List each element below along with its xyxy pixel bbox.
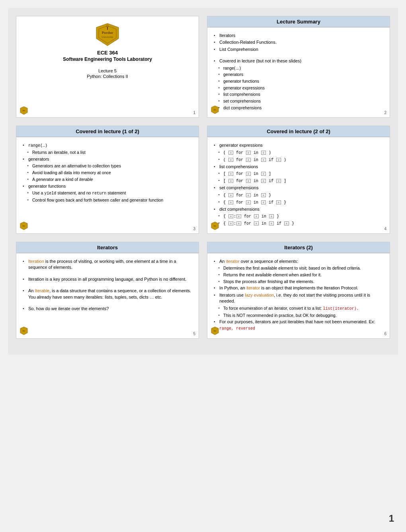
slide-1-content: Purdue University ECE 364 Software Engin…	[23, 23, 192, 79]
code-dc2f: }	[289, 221, 294, 226]
lecture-number: Lecture 5	[23, 68, 192, 73]
list-item: Iterators use lazy evaluation, i.e. they…	[214, 292, 383, 305]
slide-2-list: Iterators Collection-Related Functions. …	[214, 32, 383, 53]
lecture-topic: Python: Collections II	[23, 74, 192, 79]
placeholder: ≡	[246, 193, 251, 197]
slide-3-number: 3	[193, 227, 195, 231]
list-item: In Python, an iterator is an object that…	[214, 285, 383, 291]
list-item: List Comprehension	[214, 46, 383, 53]
list-item: generators	[214, 71, 383, 78]
placeholder: ≡	[228, 179, 233, 183]
code-genexp1: (	[223, 151, 228, 155]
placeholder: ≡	[269, 221, 274, 225]
placeholder: ≡	[254, 221, 259, 225]
code-genexp2e: )	[281, 158, 286, 162]
slide-5-header: Iterators	[16, 242, 199, 253]
placeholder: ≡	[228, 193, 233, 197]
placeholder: ≡	[246, 151, 251, 155]
list-item: { ≡:≡ for ≡ in ≡ if ≡ }	[214, 220, 383, 227]
code-genexp1d: )	[266, 151, 271, 155]
list-item: generator functions	[214, 78, 383, 85]
slide-3-list: range(…) Returns an iterable, not a list…	[23, 142, 192, 203]
purdue-logo: Purdue University	[95, 23, 121, 47]
placeholder: ≡	[261, 151, 266, 155]
placeholder: ≡	[276, 179, 281, 183]
placeholder: ≡	[228, 158, 233, 162]
svg-text:PU: PU	[214, 225, 217, 227]
list-item: Control flow goes back and forth between…	[23, 197, 192, 204]
code-lc1b: for	[234, 172, 246, 176]
placeholder: ≡	[246, 158, 251, 162]
code-dictcomp2: {	[223, 221, 228, 226]
placeholder: ≡	[261, 172, 266, 176]
code-setcomp2: {	[223, 200, 228, 205]
placeholder: ≡	[236, 214, 241, 218]
list-item: Iteration is a key process in all progra…	[23, 276, 192, 283]
list-item: generator expressions	[214, 142, 383, 149]
svg-text:PU: PU	[23, 110, 25, 112]
placeholder: ≡	[228, 221, 233, 225]
list-item: ( ≡ for ≡ in ≡ )	[214, 149, 383, 156]
list-item: list comprehensions	[214, 91, 383, 98]
list-item: Avoid loading all data into memory at on…	[23, 169, 192, 176]
placeholder: ≡	[246, 179, 251, 183]
placeholder: ≡	[261, 179, 266, 183]
placeholder: ≡	[269, 214, 274, 218]
code-lc1c: in	[251, 172, 261, 176]
slide-3: Covered in lecture (1 of 2) range(…) Ret…	[16, 126, 199, 234]
list-item: Collection-Related Functions.	[214, 39, 383, 46]
slide-2-header: Lecture Summary	[207, 16, 390, 27]
iteration-text: Iteration	[28, 259, 44, 264]
code-sc1c: in	[251, 193, 261, 198]
list-item: dict comprehensions	[214, 105, 383, 111]
list-item: range(…)	[214, 65, 383, 72]
list-item: Iteration is the process of visiting, or…	[23, 258, 192, 271]
list-item: Iterators	[214, 32, 383, 39]
code-dc1c: for	[242, 214, 254, 219]
list-item: dict comprehensions	[214, 206, 383, 213]
code-genexp1c: in	[251, 151, 261, 155]
placeholder: ≡	[284, 221, 289, 225]
slide-5-list-3: An Iterable, is a data structure that co…	[23, 287, 192, 301]
placeholder: ≡	[246, 172, 251, 176]
list-item: Returns the next available element when …	[214, 272, 383, 278]
list-item: This is NOT recommended in practice, but…	[214, 312, 383, 319]
list-item: [ ≡ for ≡ in ≡ if ≡ ]	[214, 177, 383, 184]
placeholder: ≡	[246, 200, 251, 204]
code-genexp2b: for	[234, 158, 246, 162]
code-lc2b: for	[234, 179, 246, 183]
code-return: return	[92, 191, 106, 196]
code-sc2d: if	[266, 200, 276, 205]
code-dc2b: :	[234, 221, 236, 226]
code-lc2d: if	[266, 179, 276, 183]
placeholder: ≡	[261, 200, 266, 204]
code-range: range(…)	[28, 144, 47, 148]
code-genexp2d: if	[266, 158, 276, 162]
list-item: range(…)	[23, 142, 192, 149]
slide-4-number: 4	[384, 227, 386, 231]
code-lc2e: ]	[281, 179, 286, 183]
slide-6-header: Iterators (2)	[207, 242, 390, 253]
code-dc2c: for	[242, 221, 254, 226]
slide-4-list: generator expressions ( ≡ for ≡ in ≡ ) (…	[214, 142, 383, 227]
slide-6-number: 6	[384, 332, 386, 336]
code-dc1d: in	[259, 214, 269, 219]
list-item: generator functions	[23, 183, 192, 190]
placeholder: ≡	[276, 200, 281, 204]
course-title: ECE 364	[23, 50, 192, 56]
code-list-iterator: list(iterator).	[323, 307, 359, 311]
slide-2-list-2: Covered in lecture (but not in these sli…	[214, 58, 383, 111]
slide-5-list-4: So, how do we iterate over the elements?	[23, 305, 192, 312]
list-item: set comprehensions	[214, 98, 383, 105]
slide-2: Lecture Summary Iterators Collection-Rel…	[207, 16, 390, 118]
list-item: So, how do we iterate over the elements?	[23, 305, 192, 312]
list-item: Stops the process after finishing all th…	[214, 278, 383, 285]
code-sc1b: for	[234, 193, 246, 198]
list-item: Use a yield statement, and no return sta…	[23, 190, 192, 197]
list-item: { ≡ for ≡ in ≡ if ≡ }	[214, 199, 383, 206]
code-sc1d: }	[266, 193, 271, 198]
slide-2-number: 2	[384, 111, 386, 115]
list-item: { ≡:≡ for ≡ in ≡ }	[214, 213, 383, 220]
list-item: Covered in lecture (but not in these sli…	[214, 58, 383, 64]
slide-6: Iterators (2) An iterator over a sequenc…	[207, 242, 390, 339]
